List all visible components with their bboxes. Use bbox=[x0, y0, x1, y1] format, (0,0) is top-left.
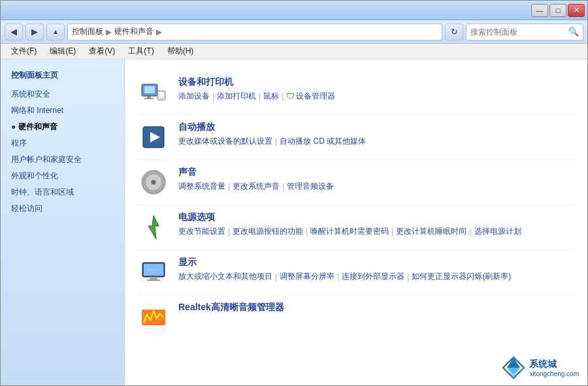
display-icon bbox=[138, 257, 169, 288]
maximize-button[interactable]: □ bbox=[549, 4, 566, 17]
link-change-sound[interactable]: 更改系统声音 bbox=[233, 181, 280, 192]
sidebar-item-system-security[interactable]: 系统和安全 bbox=[1, 86, 124, 103]
devices-links: 添加设备 | 添加打印机 | 鼠标 | 🛡 设备管理器 bbox=[178, 91, 574, 102]
link-adjust-volume[interactable]: 调整系统音量 bbox=[178, 181, 225, 192]
autoplay-text: 自动播放 更改媒体或设备的默认设置 | 自动播放 CD 或其他媒体 bbox=[178, 121, 574, 147]
link-power-plan[interactable]: 选择电源计划 bbox=[474, 226, 521, 237]
link-wake-password[interactable]: 唤醒计算机时需要密码 bbox=[310, 226, 389, 237]
menu-tools[interactable]: 工具(T) bbox=[122, 44, 160, 59]
svg-rect-3 bbox=[144, 98, 154, 99]
sound-icon bbox=[138, 167, 169, 198]
autoplay-icon bbox=[138, 121, 169, 153]
power-icon bbox=[138, 212, 169, 243]
link-change-power-btn[interactable]: 更改电源按钮的功能 bbox=[233, 226, 303, 237]
section-realtek: Realtek高清晰音频管理器 bbox=[138, 295, 574, 340]
menu-view[interactable]: 查看(V) bbox=[82, 44, 122, 59]
sound-links: 调整系统音量 | 更改系统声音 | 管理音频设备 bbox=[178, 181, 574, 192]
breadcrumb-part1[interactable]: 控制面板 bbox=[72, 26, 103, 37]
realtek-text: Realtek高清晰音频管理器 bbox=[178, 302, 574, 316]
search-bar[interactable]: 🔍 bbox=[466, 24, 583, 40]
svg-rect-5 bbox=[159, 92, 164, 97]
up-button[interactable]: ▲ bbox=[46, 24, 65, 40]
breadcrumb-sep1: ▶ bbox=[106, 27, 112, 37]
link-add-device[interactable]: 添加设备 bbox=[178, 91, 210, 102]
link-manage-audio[interactable]: 管理音频设备 bbox=[287, 181, 334, 192]
link-adjust-resolution[interactable]: 调整屏幕分辨率 bbox=[280, 271, 335, 282]
section-power: 电源选项 更改节能设置 | 更改电源按钮的功能 | 唤醒计算机时需要密码 | 更… bbox=[138, 205, 574, 250]
shield-icon: 🛡 bbox=[286, 91, 295, 101]
display-links: 放大或缩小文本和其他项目 | 调整屏幕分辨率 | 连接到外部显示器 | 如何更正… bbox=[178, 271, 574, 282]
section-sound: 声音 调整系统音量 | 更改系统声音 | 管理音频设备 bbox=[138, 160, 574, 205]
svg-marker-12 bbox=[148, 216, 159, 239]
link-sleep-time[interactable]: 更改计算机睡眠时间 bbox=[396, 226, 466, 237]
link-zoom-text[interactable]: 放大或缩小文本和其他项目 bbox=[178, 271, 272, 282]
link-autoplay-cd[interactable]: 自动播放 CD 或其他媒体 bbox=[280, 136, 366, 147]
link-change-power[interactable]: 更改节能设置 bbox=[178, 226, 225, 237]
menu-bar: 文件(F) 编辑(E) 查看(V) 工具(T) 帮助(H) bbox=[1, 44, 587, 59]
svg-point-11 bbox=[152, 181, 155, 184]
realtek-icon bbox=[138, 302, 169, 333]
sidebar-item-hardware-sound[interactable]: 硬件和声音 bbox=[1, 119, 124, 135]
sidebar-item-clock-lang[interactable]: 时钟、语言和区域 bbox=[1, 184, 124, 201]
svg-rect-15 bbox=[150, 277, 157, 280]
sidebar-item-network-internet[interactable]: 网络和 Internet bbox=[1, 103, 124, 119]
minimize-button[interactable]: — bbox=[531, 4, 548, 17]
title-bar-buttons: — □ ✕ bbox=[531, 4, 585, 17]
address-bar: ◀ ▶ ▲ 控制面板 ▶ 硬件和声音 ▶ ↻ 🔍 bbox=[1, 20, 587, 44]
link-connect-display[interactable]: 连接到外部显示器 bbox=[342, 271, 404, 282]
autoplay-links: 更改媒体或设备的默认设置 | 自动播放 CD 或其他媒体 bbox=[178, 136, 574, 147]
realtek-title[interactable]: Realtek高清晰音频管理器 bbox=[178, 302, 574, 314]
svg-rect-16 bbox=[147, 280, 160, 281]
sidebar-item-accessibility[interactable]: 轻松访问 bbox=[1, 201, 124, 217]
power-links: 更改节能设置 | 更改电源按钮的功能 | 唤醒计算机时需要密码 | 更改计算机睡… bbox=[178, 226, 574, 237]
refresh-button[interactable]: ↻ bbox=[445, 24, 463, 40]
link-add-printer[interactable]: 添加打印机 bbox=[217, 91, 256, 102]
power-text: 电源选项 更改节能设置 | 更改电源按钮的功能 | 唤醒计算机时需要密码 | 更… bbox=[178, 212, 574, 237]
breadcrumb-part2[interactable]: 硬件和声音 bbox=[114, 26, 154, 37]
sound-text: 声音 调整系统音量 | 更改系统声音 | 管理音频设备 bbox=[178, 167, 574, 192]
devices-title[interactable]: 设备和打印机 bbox=[178, 76, 574, 88]
sidebar-item-user-accounts[interactable]: 用户帐户和家庭安全 bbox=[1, 152, 124, 168]
sidebar: 控制面板主页 系统和安全 网络和 Internet 硬件和声音 程序 用户帐户和… bbox=[1, 59, 125, 385]
section-autoplay: 自动播放 更改媒体或设备的默认设置 | 自动播放 CD 或其他媒体 bbox=[138, 115, 574, 160]
sidebar-item-programs[interactable]: 程序 bbox=[1, 135, 124, 152]
autoplay-title[interactable]: 自动播放 bbox=[178, 121, 574, 133]
main-window: — □ ✕ ◀ ▶ ▲ 控制面板 ▶ 硬件和声音 ▶ ↻ 🔍 文件(F) 编辑(… bbox=[0, 0, 588, 386]
menu-file[interactable]: 文件(F) bbox=[5, 44, 43, 59]
sound-title[interactable]: 声音 bbox=[178, 167, 574, 178]
devices-icon bbox=[138, 76, 169, 108]
main-content: 控制面板主页 系统和安全 网络和 Internet 硬件和声音 程序 用户帐户和… bbox=[1, 59, 587, 385]
watermark-logo-icon bbox=[502, 356, 525, 379]
title-bar: — □ ✕ bbox=[1, 1, 587, 20]
back-button[interactable]: ◀ bbox=[5, 24, 23, 40]
display-title[interactable]: 显示 bbox=[178, 257, 574, 268]
watermark-url: xitongcheng.com bbox=[529, 370, 579, 378]
content-area: 设备和打印机 添加设备 | 添加打印机 | 鼠标 | 🛡 设备管理器 bbox=[125, 59, 587, 385]
search-icon: 🔍 bbox=[568, 27, 579, 37]
svg-rect-1 bbox=[144, 86, 155, 93]
sidebar-title[interactable]: 控制面板主页 bbox=[1, 67, 124, 86]
breadcrumb: 控制面板 ▶ 硬件和声音 ▶ bbox=[67, 24, 442, 40]
search-input[interactable] bbox=[470, 27, 568, 37]
link-mouse[interactable]: 鼠标 bbox=[263, 91, 279, 102]
devices-text: 设备和打印机 添加设备 | 添加打印机 | 鼠标 | 🛡 设备管理器 bbox=[178, 76, 574, 102]
section-display: 显示 放大或缩小文本和其他项目 | 调整屏幕分辨率 | 连接到外部显示器 | 如… bbox=[138, 250, 574, 295]
close-button[interactable]: ✕ bbox=[568, 4, 585, 17]
menu-help[interactable]: 帮助(H) bbox=[161, 44, 201, 59]
display-text: 显示 放大或缩小文本和其他项目 | 调整屏幕分辨率 | 连接到外部显示器 | 如… bbox=[178, 257, 574, 282]
forward-button[interactable]: ▶ bbox=[25, 24, 44, 40]
link-adjust-refresh[interactable]: 如何更正显示器闪烁(刷新率) bbox=[412, 271, 511, 282]
link-change-media-default[interactable]: 更改媒体或设备的默认设置 bbox=[178, 136, 272, 147]
watermark-brand: 系统城 bbox=[529, 359, 579, 370]
section-devices: 设备和打印机 添加设备 | 添加打印机 | 鼠标 | 🛡 设备管理器 bbox=[138, 70, 574, 115]
link-device-manager[interactable]: 设备管理器 bbox=[296, 91, 335, 102]
breadcrumb-sep2: ▶ bbox=[156, 27, 162, 37]
svg-rect-2 bbox=[147, 96, 151, 98]
power-title[interactable]: 电源选项 bbox=[178, 212, 574, 223]
menu-edit[interactable]: 编辑(E) bbox=[43, 44, 82, 59]
watermark-text-block: 系统城 xitongcheng.com bbox=[529, 359, 579, 378]
watermark: 系统城 xitongcheng.com bbox=[502, 356, 579, 379]
sidebar-item-appearance[interactable]: 外观和个性化 bbox=[1, 168, 124, 184]
